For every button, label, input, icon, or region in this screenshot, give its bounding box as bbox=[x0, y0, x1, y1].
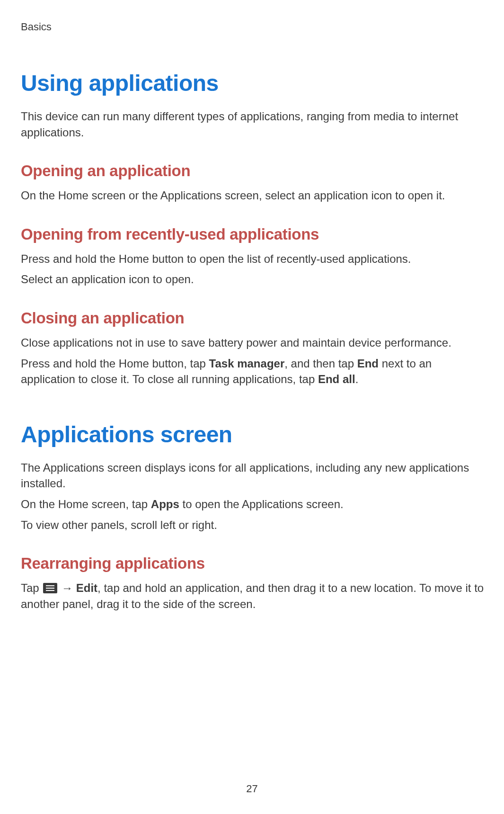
text-arrow: → bbox=[58, 581, 76, 594]
paragraph-closing-2: Press and hold the Home button, tap Task… bbox=[21, 356, 485, 387]
svg-rect-0 bbox=[46, 585, 54, 586]
paragraph-opening: On the Home screen or the Applications s… bbox=[21, 188, 485, 204]
heading-rearranging-applications: Rearranging applications bbox=[21, 555, 485, 572]
svg-rect-2 bbox=[46, 590, 54, 591]
bold-end: End bbox=[357, 357, 379, 370]
heading-applications-screen: Applications screen bbox=[21, 421, 485, 447]
heading-recently-used: Opening from recently-used applications bbox=[21, 225, 485, 243]
menu-icon bbox=[43, 583, 57, 593]
text-span: Press and hold the Home button, tap bbox=[21, 357, 209, 370]
paragraph-closing-1: Close applications not in use to save ba… bbox=[21, 335, 485, 351]
paragraph-recent-2: Select an application icon to open. bbox=[21, 271, 485, 287]
heading-opening-application: Opening an application bbox=[21, 162, 485, 180]
text-span: , and then tap bbox=[284, 357, 357, 370]
bold-end-all: End all bbox=[318, 373, 355, 385]
heading-closing-application: Closing an application bbox=[21, 309, 485, 327]
paragraph-apps-intro: The Applications screen displays icons f… bbox=[21, 460, 485, 492]
bold-edit: Edit bbox=[76, 581, 97, 594]
paragraph-apps-scroll: To view other panels, scroll left or rig… bbox=[21, 517, 485, 533]
paragraph-rearranging: Tap → Edit, tap and hold an application,… bbox=[21, 580, 485, 612]
text-span: Tap bbox=[21, 581, 42, 594]
bold-task-manager: Task manager bbox=[209, 357, 285, 370]
text-span: . bbox=[355, 373, 359, 385]
svg-rect-1 bbox=[46, 588, 54, 589]
paragraph-intro: This device can run many different types… bbox=[21, 108, 485, 140]
page-number: 27 bbox=[246, 783, 257, 795]
text-span: On the Home screen, tap bbox=[21, 498, 151, 510]
text-span: to open the Applications screen. bbox=[179, 498, 344, 510]
paragraph-recent-1: Press and hold the Home button to open t… bbox=[21, 251, 485, 267]
paragraph-apps-open: On the Home screen, tap Apps to open the… bbox=[21, 496, 485, 512]
heading-using-applications: Using applications bbox=[21, 70, 485, 96]
bold-apps: Apps bbox=[151, 498, 179, 510]
breadcrumb: Basics bbox=[21, 21, 485, 33]
